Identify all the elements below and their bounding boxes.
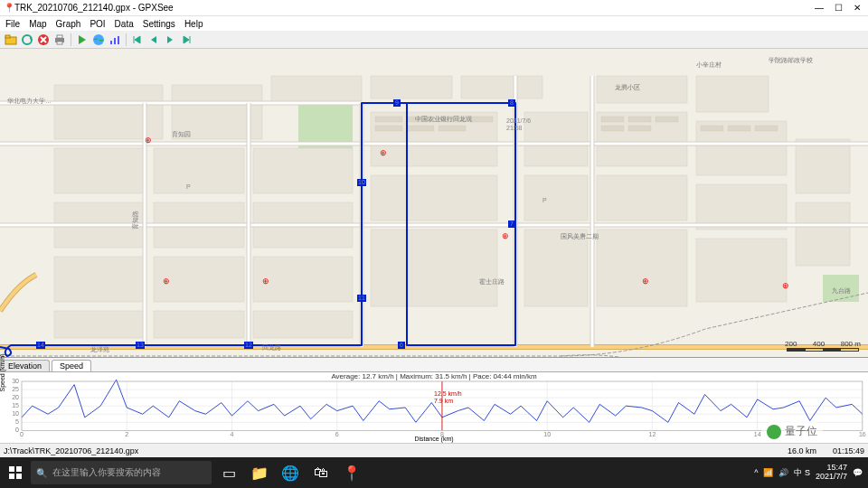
svg-text:14: 14 [37, 342, 44, 348]
watermark: 量子位 [761, 422, 823, 441]
task-view-icon[interactable]: ▭ [215, 459, 242, 486]
tab-elevation[interactable]: Elevation [0, 360, 50, 371]
svg-rect-43 [696, 239, 787, 302]
svg-text:龙腾小区: 龙腾小区 [615, 84, 640, 90]
svg-rect-22 [54, 148, 145, 193]
map-view[interactable]: 14 13 12 10 11 9 8 7 6 ⊕ ⊕ ⊕ ⊕ ⊕ ⊕ ⊕ P P… [0, 49, 868, 358]
tray-chevron-icon[interactable]: ^ [754, 468, 758, 477]
svg-rect-18 [371, 76, 452, 99]
svg-text:13: 13 [137, 342, 144, 348]
svg-rect-33 [524, 175, 588, 221]
svg-text:⊕: ⊕ [380, 148, 387, 157]
tray-ime[interactable]: 中 S [794, 467, 810, 479]
explorer-icon[interactable]: 📁 [246, 459, 273, 486]
svg-rect-6 [57, 42, 62, 44]
open-button[interactable] [4, 33, 18, 47]
gpxsee-task-icon[interactable]: 📍 [338, 459, 365, 486]
chart-canvas[interactable]: 0510152025300246810121416 [22, 381, 863, 430]
svg-rect-59 [628, 126, 651, 131]
first-button[interactable] [130, 33, 145, 47]
tray-volume-icon[interactable]: 🔊 [778, 468, 788, 477]
svg-rect-20 [597, 76, 687, 103]
svg-rect-5 [57, 35, 62, 38]
svg-rect-36 [796, 139, 850, 193]
svg-text:16: 16 [859, 431, 866, 437]
statusbar: J:\Track\TRK_20210706_212140.gpx 16.0 km… [0, 443, 868, 457]
tray-notifications-icon[interactable]: 💬 [853, 468, 863, 477]
toolbar [0, 31, 868, 49]
svg-rect-1 [5, 35, 10, 38]
svg-text:8: 8 [440, 431, 444, 437]
chart-ylabel: Speed (km/h) [0, 353, 5, 391]
svg-text:15: 15 [12, 402, 19, 408]
svg-rect-52 [375, 126, 402, 131]
tray-clock[interactable]: 15:47 2021/7/7 [816, 464, 847, 482]
menu-file[interactable]: File [5, 19, 20, 29]
print-button[interactable] [52, 33, 67, 47]
map-canvas[interactable]: 14 13 12 10 11 9 8 7 6 ⊕ ⊕ ⊕ ⊕ ⊕ ⊕ ⊕ P P… [0, 49, 868, 358]
maximize-button[interactable]: ☐ [835, 3, 843, 13]
close-file-button[interactable] [36, 33, 51, 47]
close-button[interactable]: ✕ [854, 3, 861, 13]
search-placeholder: 在这里输入你要搜索的内容 [52, 466, 161, 479]
menu-poi[interactable]: POI [90, 19, 105, 29]
svg-text:5: 5 [15, 418, 19, 425]
svg-text:11: 11 [358, 295, 365, 301]
svg-rect-48 [375, 117, 402, 122]
poi-button[interactable] [75, 33, 90, 47]
svg-text:⊕: ⊕ [262, 277, 269, 286]
tray-network-icon[interactable]: 📶 [763, 468, 773, 477]
svg-text:4: 4 [231, 431, 234, 437]
svg-rect-26 [524, 112, 588, 166]
svg-rect-142 [9, 474, 14, 479]
search-box[interactable]: 🔍 在这里输入你要搜索的内容 [31, 461, 212, 484]
start-button[interactable] [0, 457, 31, 488]
svg-text:0: 0 [20, 431, 24, 437]
next-button[interactable] [163, 33, 177, 47]
svg-rect-34 [597, 175, 687, 221]
svg-text:育知路: 育知路 [131, 211, 139, 230]
svg-text:华北电力大学…: 华北电力大学… [7, 98, 52, 104]
tab-speed[interactable]: Speed [52, 360, 91, 371]
svg-text:20: 20 [12, 394, 19, 400]
graph-button[interactable] [108, 33, 122, 47]
svg-text:九台路: 九台路 [832, 287, 851, 294]
edge-icon[interactable]: 🌐 [277, 459, 304, 486]
menu-help[interactable]: Help [184, 19, 203, 29]
status-time: 01:15:49 [833, 446, 864, 455]
svg-rect-10 [118, 36, 119, 44]
svg-rect-140 [9, 466, 14, 472]
svg-rect-53 [407, 126, 434, 131]
svg-rect-21 [696, 76, 769, 112]
svg-text:学院路邮政学校: 学院路邮政学校 [769, 57, 813, 63]
svg-rect-58 [601, 126, 624, 131]
reload-button[interactable] [20, 33, 34, 47]
svg-text:14: 14 [754, 431, 761, 437]
svg-text:⊕: ⊕ [502, 231, 509, 240]
app-icon: 📍 [4, 3, 14, 13]
svg-text:中国农业银行回龙观: 中国农业银行回龙观 [415, 116, 472, 122]
svg-text:⊕: ⊕ [163, 277, 170, 286]
svg-rect-57 [656, 117, 678, 122]
svg-rect-23 [154, 148, 244, 193]
store-icon[interactable]: 🛍 [307, 459, 335, 486]
status-path: J:\Track\TRK_20210706_212140.gpx [4, 446, 138, 455]
prev-button[interactable] [146, 33, 161, 47]
svg-rect-51 [470, 117, 493, 122]
svg-text:10: 10 [12, 410, 19, 417]
svg-rect-61 [728, 126, 750, 131]
menu-data[interactable]: Data [115, 19, 134, 29]
menu-graph[interactable]: Graph [56, 19, 81, 29]
last-button[interactable] [179, 33, 193, 47]
menu-map[interactable]: Map [29, 19, 46, 29]
svg-text:10: 10 [358, 179, 365, 185]
menu-settings[interactable]: Settings [143, 19, 175, 29]
map-button[interactable] [91, 33, 106, 47]
taskbar: 🔍 在这里输入你要搜索的内容 ▭ 📁 🌐 🛍 📍 ^ 📶 🔊 中 S 15:47… [0, 457, 868, 488]
chart-cursor-dist: 7.9 km [434, 398, 453, 404]
svg-rect-42 [597, 230, 687, 306]
svg-rect-141 [16, 466, 22, 472]
speed-chart[interactable]: Average: 12.7 km/h | Maximum: 31.5 km/h … [0, 372, 868, 443]
svg-rect-8 [110, 41, 112, 44]
minimize-button[interactable]: — [815, 3, 824, 13]
